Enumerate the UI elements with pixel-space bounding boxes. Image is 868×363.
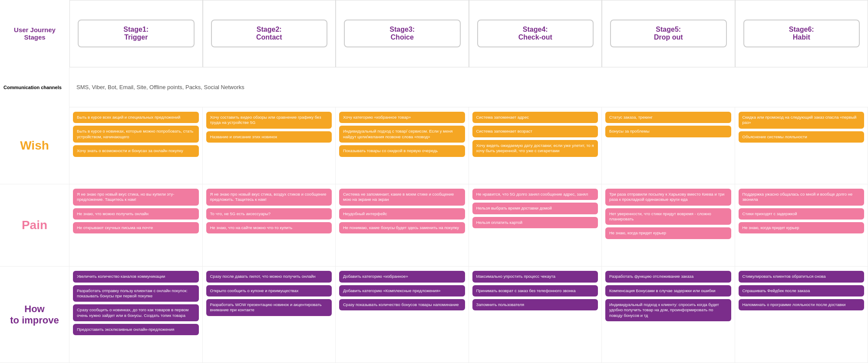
card-item: Не знаю, когда придет курьер bbox=[739, 222, 865, 233]
stage6-box: Stage6: Habit bbox=[743, 20, 860, 47]
stage4-label: Stage4: Check-out bbox=[518, 26, 552, 41]
stage6-label: Stage6: Habit bbox=[789, 26, 814, 41]
improve-col6: Стимулировать клиентов обратиться сноваС… bbox=[735, 266, 868, 363]
stage3-label: Stage3: Choice bbox=[389, 26, 415, 41]
card-item: Система запоминает адрес bbox=[472, 112, 598, 123]
card-item: Хочу категорию «избранное товар» bbox=[339, 112, 465, 123]
improve-col3: Добавить категорию «избранное»Добавить к… bbox=[336, 266, 469, 363]
card-item: Название и описание этих новинок bbox=[206, 131, 332, 143]
pain-col3: Система не запоминает, какие в моем стик… bbox=[336, 184, 469, 266]
card-item: Добавить категорию «избранное» bbox=[339, 271, 465, 282]
card-item: Принимать возврат с заказ без телефонног… bbox=[472, 285, 598, 296]
card-item: Запомнить пользователя bbox=[472, 299, 598, 310]
card-item: Бонусы за проблемы bbox=[605, 126, 731, 137]
stage2-header: Stage2: Contact bbox=[203, 0, 336, 67]
stage1-box: Stage1: Trigger bbox=[78, 20, 195, 47]
journey-stages-title: User Journey Stages bbox=[14, 26, 56, 41]
stage2-box: Stage2: Contact bbox=[211, 20, 328, 47]
stage5-label: Stage5: Drop out bbox=[654, 26, 683, 41]
card-item: Нельзя оплатить картой bbox=[472, 217, 598, 228]
wish-label: Wish bbox=[0, 107, 69, 184]
card-item: Хочу знать о возможности и бонусах за он… bbox=[73, 145, 199, 157]
card-item: Неудобный интерфейс bbox=[339, 208, 465, 220]
stage2-label: Stage2: Contact bbox=[256, 26, 282, 41]
card-item: Три раза отправили посылку к Харькову вм… bbox=[605, 189, 731, 206]
improve-col5: Разработать функцию отслеживание заказаК… bbox=[602, 266, 735, 363]
stage1-label: Stage1: Trigger bbox=[123, 26, 149, 41]
card-item: Сразу сообщить о новинках, до того как т… bbox=[73, 304, 199, 321]
card-item: Объяснение системы лояльности bbox=[739, 131, 865, 143]
wish-col2: Хочу составить видео обзоры или сравнени… bbox=[203, 107, 336, 184]
card-item: Показывать товары со скидкой в первую оч… bbox=[339, 145, 465, 157]
stage5-box: Stage5: Drop out bbox=[610, 20, 727, 47]
wish-col1: Быть в курсе всех акций и специальных пр… bbox=[69, 107, 203, 184]
card-item: Разработать отправку пользу клиентам с о… bbox=[73, 285, 199, 302]
stage6-header: Stage6: Habit bbox=[735, 0, 868, 67]
card-item: Не нравится, что 5G долго занял сообщени… bbox=[472, 189, 598, 200]
improve-col4: Максимально упростить процесс чекаутаПри… bbox=[469, 266, 602, 363]
wish-col5: Статус заказа, трекингБонусы за проблемы bbox=[602, 107, 735, 184]
card-item: Увеличить количество каналов коммуникаци… bbox=[73, 271, 199, 282]
card-item: Сразу показывать количество бонусов това… bbox=[339, 299, 465, 310]
card-item: Я не знаю про новый вкус стика, воздух с… bbox=[206, 189, 332, 206]
pain-col4: Не нравится, что 5G долго занял сообщени… bbox=[469, 184, 602, 266]
card-item: Разработать функцию отслеживание заказа bbox=[605, 271, 731, 282]
card-item: Быть в курсе о новинках, которые можно п… bbox=[73, 126, 199, 143]
card-item: Индивидуальный подход с товар/ сервисом.… bbox=[339, 126, 465, 143]
card-item: То что, не 5G есть аксессуары? bbox=[206, 208, 332, 220]
card-item: Быть в курсе всех акций и специальных пр… bbox=[73, 112, 199, 123]
card-item: Не понимаю, какие бонусы будет здесь зам… bbox=[339, 222, 465, 233]
improve-col1: Увеличить количество каналов коммуникаци… bbox=[69, 266, 203, 363]
wish-col6: Скидка или промокод на следующий заказ с… bbox=[735, 107, 868, 184]
card-item: Нет уверенности, что стики придут воврем… bbox=[605, 208, 731, 225]
card-item: Предоставить эксклюзивные онлайн-предлож… bbox=[73, 324, 199, 335]
comm-content: SMS, Viber, Bot, Email, Site, Offline po… bbox=[69, 67, 868, 108]
card-item: Хочу видеть ожидаемую дату доставки; есл… bbox=[472, 140, 598, 157]
stage4-box: Stage4: Check-out bbox=[477, 20, 594, 47]
pain-col1: Я не знаю про новый вкус стика, но вы ку… bbox=[69, 184, 203, 266]
card-item: Спрашивать Фейдбек после заказа bbox=[739, 285, 865, 296]
stage1-header: Stage1: Trigger bbox=[69, 0, 203, 67]
pain-col6: Поддержка ужасно общалась со мной и вооб… bbox=[735, 184, 868, 266]
card-item: Стики приходят с задержкой bbox=[739, 208, 865, 220]
improve-col2: Сразу после давать пилот, что можно полу… bbox=[203, 266, 336, 363]
improve-label: How to improve bbox=[0, 266, 69, 363]
wish-col3: Хочу категорию «избранное товар»Индивиду… bbox=[336, 107, 469, 184]
card-item: Я не знаю про новый вкус стика, но вы ку… bbox=[73, 189, 199, 206]
stage5-header: Stage5: Drop out bbox=[602, 0, 735, 67]
card-item: Компенсация Бонусами в случае задержки и… bbox=[605, 285, 731, 296]
card-item: Стимулировать клиентов обратиться снова bbox=[739, 271, 865, 282]
card-item: Система не запоминает, какие в моем стик… bbox=[339, 189, 465, 206]
card-item: Не знаю, когда придет курьер bbox=[605, 227, 731, 239]
pain-col5: Три раза отправили посылку к Харькову вм… bbox=[602, 184, 735, 266]
card-item: Не открывают скучных письма на почте bbox=[73, 222, 199, 233]
card-item: Напоминать о программе лояльности после … bbox=[739, 299, 865, 310]
card-item: Скидка или промокод на следующий заказ с… bbox=[739, 112, 865, 129]
pain-label: Pain bbox=[0, 184, 69, 266]
card-item: Не знаю, что на сайте можно что-то купит… bbox=[206, 222, 332, 233]
stage3-header: Stage3: Choice bbox=[336, 0, 469, 67]
wish-col4: Система запоминает адресСистема запомина… bbox=[469, 107, 602, 184]
pain-col2: Я не знаю про новый вкус стика, воздух с… bbox=[203, 184, 336, 266]
stage4-header: Stage4: Check-out bbox=[469, 0, 602, 67]
card-item: Максимально упростить процесс чекаута bbox=[472, 271, 598, 282]
card-item: Статус заказа, трекинг bbox=[605, 112, 731, 123]
comm-label: Communication channels bbox=[0, 67, 69, 108]
card-item: Поддержка ужасно общалась со мной и вооб… bbox=[739, 189, 865, 206]
card-item: Разработать WOW презентацию новинок и ак… bbox=[206, 299, 332, 316]
card-item: Добавить категорию «Комплексные предложе… bbox=[339, 285, 465, 296]
main-grid: User Journey Stages Stage1: Trigger Stag… bbox=[0, 0, 868, 363]
card-item: Открыто сообщить о купоне и преимущества… bbox=[206, 285, 332, 296]
card-item: Нельзя выбрать время доставки домой bbox=[472, 203, 598, 214]
card-item: Не знаю, что можно получить онлайн bbox=[73, 208, 199, 220]
card-item: Индивидуальный подход к клиенту: спросит… bbox=[605, 299, 731, 321]
card-item: Система запоминает возраст bbox=[472, 126, 598, 137]
card-item: Сразу после давать пилот, что можно полу… bbox=[206, 271, 332, 282]
stage3-box: Stage3: Choice bbox=[344, 20, 461, 47]
header-left: User Journey Stages bbox=[0, 0, 69, 67]
card-item: Хочу составить видео обзоры или сравнени… bbox=[206, 112, 332, 129]
